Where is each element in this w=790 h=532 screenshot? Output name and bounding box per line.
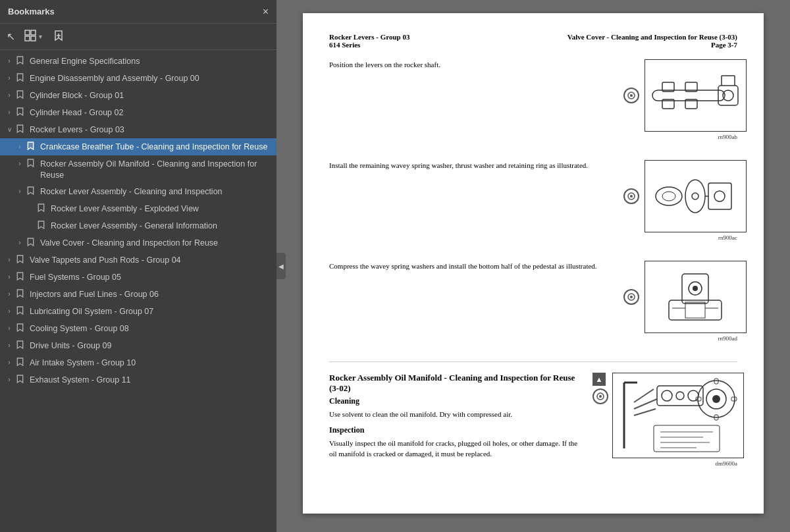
document-panel: Rocker Levers - Group 03 614 Series Valv… (276, 0, 790, 532)
svg-point-25 (714, 191, 725, 201)
bookmark-icon-cylinder-block (16, 90, 26, 102)
bookmark-icon-general-engine (16, 56, 26, 68)
doc-section-4-title: Rocker Assembly Oil Manifold - Cleaning … (329, 373, 586, 394)
doc-illustration-2: rn900ac (632, 160, 737, 241)
illustration-caption-1: rn900ab (632, 134, 737, 140)
expand-arrow-rocker-levers[interactable]: ∨ (3, 125, 16, 134)
expand-arrow-cylinder-head[interactable]: › (3, 108, 16, 117)
expand-arrow-cooling-system[interactable]: › (3, 324, 16, 333)
bookmark-item-cylinder-block[interactable]: › Cylinder Block - Group 01 (0, 87, 276, 104)
expand-arrow-rocker-lever-cleaning[interactable]: › (13, 187, 26, 196)
expand-arrow-valve-cover[interactable]: › (13, 238, 26, 248)
expand-arrow-crankcase-breather[interactable]: › (13, 142, 26, 151)
expand-arrow-rocker-assembly-oil[interactable]: › (13, 159, 26, 169)
illustration-box-1 (645, 59, 747, 132)
bookmark-item-air-intake[interactable]: › Air Intake System - Group 10 (0, 354, 276, 371)
bookmark-icon-engine-disassembly (16, 73, 26, 85)
expand-arrow-drive-units[interactable]: › (3, 341, 16, 350)
doc-page-number: Page 3-7 (567, 41, 737, 49)
bookmarks-header: Bookmarks × (0, 0, 276, 24)
bookmark-item-fuel-systems[interactable]: › Fuel Systems - Group 05 (0, 269, 276, 286)
bookmark-item-valve-cover[interactable]: › Valve Cover - Cleaning and Inspection … (0, 234, 276, 252)
bookmark-text-air-intake: Air Intake System - Group 10 (30, 356, 271, 369)
doc-row-2: Install the remaining wavey spring washe… (329, 160, 737, 241)
bookmark-text-valve-tappets: Valve Tappets and Push Rods - Group 04 (30, 253, 271, 266)
bookmark-icon-cooling-system (16, 323, 26, 335)
bookmark-item-general-engine[interactable]: › General Engine Specifications (0, 53, 276, 70)
illustration-caption-4: dm9600a (599, 460, 737, 467)
bookmark-item-cylinder-head[interactable]: › Cylinder Head - Group 02 (0, 104, 276, 121)
svg-rect-0 (25, 30, 30, 35)
bookmark-item-injectors-fuel[interactable]: › Injectors and Fuel Lines - Group 06 (0, 286, 276, 303)
bookmark-add-button[interactable] (50, 28, 67, 45)
bookmark-item-rocker-lever-exploded[interactable]: Rocker Lever Assembly - Exploded View (0, 200, 276, 217)
doc-series: 614 Series (329, 41, 409, 49)
bookmark-item-rocker-lever-general[interactable]: Rocker Lever Assembly - General Informat… (0, 217, 276, 234)
bookmark-item-engine-disassembly[interactable]: › Engine Disassembly and Assembly - Grou… (0, 70, 276, 87)
doc-inspection-title: Inspection (329, 425, 586, 435)
expand-arrow-fuel-systems[interactable]: › (3, 273, 16, 282)
bookmarks-title: Bookmarks (8, 7, 55, 16)
bookmark-item-lubricating-oil[interactable]: › Lubricating Oil System - Group 07 (0, 303, 276, 320)
illustration-box-4 (612, 373, 744, 458)
bookmark-item-exhaust-system[interactable]: › Exhaust System - Group 11 (0, 371, 276, 388)
gear-icon-4 (592, 388, 608, 404)
bookmark-icon-fuel-systems (16, 272, 26, 284)
bookmark-text-cylinder-block: Cylinder Block - Group 01 (30, 89, 271, 101)
close-button[interactable]: × (263, 6, 269, 18)
doc-body-text-3: Compress the wavey spring washers and in… (329, 261, 619, 272)
svg-rect-43 (657, 386, 703, 406)
expand-arrow-lubricating-oil[interactable]: › (3, 307, 16, 316)
bookmark-text-lubricating-oil: Lubricating Oil System - Group 07 (30, 305, 271, 317)
bookmark-icon-crankcase-breather (26, 142, 37, 153)
bookmark-text-cylinder-head: Cylinder Head - Group 02 (30, 106, 271, 119)
bookmark-text-valve-cover: Valve Cover - Cleaning and Inspection fo… (40, 236, 271, 249)
doc-section-ref: Valve Cover - Cleaning and Inspection fo… (567, 33, 737, 41)
doc-header: Rocker Levers - Group 03 614 Series Valv… (329, 33, 737, 49)
document-page: Rocker Levers - Group 03 614 Series Valv… (303, 13, 764, 514)
bookmark-item-rocker-lever-cleaning[interactable]: › Rocker Lever Assembly - Cleaning and I… (0, 183, 276, 200)
bookmark-icon-lubricating-oil (16, 306, 26, 318)
bookmark-item-rocker-assembly-oil[interactable]: › Rocker Assembly Oil Manifold - Cleanin… (0, 155, 276, 183)
bookmarks-list: › General Engine Specifications› Engine … (0, 50, 276, 532)
doc-section-1: Position the levers on the rocker shaft. (329, 59, 737, 140)
svg-line-40 (634, 389, 654, 402)
expand-arrow-general-engine[interactable]: › (3, 57, 16, 66)
svg-point-46 (676, 392, 684, 400)
expand-arrow-cylinder-block[interactable]: › (3, 91, 16, 100)
bookmark-item-crankcase-breather[interactable]: › Crankcase Breather Tube - Cleaning and… (0, 138, 276, 155)
svg-point-21 (662, 192, 675, 201)
bookmark-text-engine-disassembly: Engine Disassembly and Assembly - Group … (30, 72, 271, 84)
expand-arrow-injectors-fuel[interactable]: › (3, 290, 16, 299)
bookmark-icon-valve-cover (26, 238, 37, 250)
bookmark-icon-exhaust-system (16, 375, 26, 386)
expand-arrow-air-intake[interactable]: › (3, 358, 16, 367)
illustration-caption-3: rn900ad (632, 335, 737, 342)
expand-arrow-engine-disassembly[interactable]: › (3, 74, 16, 83)
bookmark-item-valve-tappets[interactable]: › Valve Tappets and Push Rods - Group 04 (0, 252, 276, 269)
svg-rect-50 (714, 379, 718, 384)
gear-icon-2 (623, 188, 639, 204)
svg-rect-33 (685, 302, 705, 318)
grid-view-button[interactable]: ▼ (22, 28, 46, 45)
panel-collapse-button[interactable]: ◀ (276, 253, 286, 279)
bookmark-icon-rocker-levers (16, 124, 26, 136)
bookmark-text-rocker-lever-exploded: Rocker Lever Assembly - Exploded View (51, 202, 271, 215)
bookmark-text-rocker-lever-cleaning: Rocker Lever Assembly - Cleaning and Ins… (40, 185, 271, 198)
doc-text-1: Position the levers on the rocker shaft. (329, 59, 619, 76)
doc-header-right: Valve Cover - Cleaning and Inspection fo… (567, 33, 737, 49)
bookmarks-toolbar: ↖ ▼ (0, 24, 276, 50)
svg-point-44 (662, 390, 672, 401)
bookmarks-panel: Bookmarks × ↖ ▼ (0, 0, 276, 532)
expand-arrow-valve-tappets[interactable]: › (3, 255, 16, 265)
illustration-caption-2: rn900ac (632, 234, 737, 241)
doc-header-left: Rocker Levers - Group 03 614 Series (329, 33, 409, 49)
doc-section-2: Install the remaining wavey spring washe… (329, 160, 737, 241)
bookmark-item-drive-units[interactable]: › Drive Units - Group 09 (0, 337, 276, 354)
gear-icon-3 (623, 289, 639, 305)
expand-arrow-exhaust-system[interactable]: › (3, 375, 16, 385)
doc-section-4: Rocker Assembly Oil Manifold - Cleaning … (329, 361, 737, 467)
bookmark-item-cooling-system[interactable]: › Cooling System - Group 08 (0, 320, 276, 337)
bookmark-item-rocker-levers[interactable]: ∨ Rocker Levers - Group 03 (0, 121, 276, 138)
doc-illustration-1: rn900ab (632, 59, 737, 140)
